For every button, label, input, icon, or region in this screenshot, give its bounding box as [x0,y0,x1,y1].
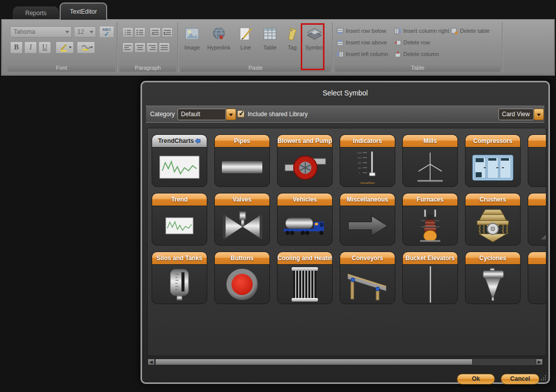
card-label: Buttons [215,252,269,265]
italic-button[interactable]: I [24,41,37,54]
align-center-button[interactable] [134,42,146,53]
table-group-label: Table [335,64,500,72]
delete-column-button[interactable]: Delete column [394,50,439,59]
category-dropdown-button[interactable] [226,109,236,120]
insert-row-above-button[interactable]: Insert row above [337,38,387,47]
font-size-combo[interactable]: 12 [74,26,96,37]
insert-table-button[interactable]: Table [258,23,282,64]
insert-hyperlink-button[interactable]: Hyperlink [204,23,234,64]
card-blowers-and-pumps[interactable]: Blowers and Pumps [277,134,333,187]
card-label: Cyclones [466,252,520,265]
font-family-value: Tahoma [14,28,35,35]
chevron-down-icon [65,31,69,33]
card-cyclones[interactable]: Cyclones [465,252,521,304]
card-label: M [528,135,546,148]
ribbon-group-paragraph: Paragraph [118,22,178,73]
conveyor-icon [345,268,390,301]
tab-texteditor[interactable]: TextEditor [60,3,107,20]
card-partial-3[interactable]: Rec [528,252,546,304]
chevron-down-icon [90,46,93,48]
category-dropdown[interactable]: Default [177,109,226,120]
card-cooling-and-heating[interactable]: Cooling and Heating [277,252,333,304]
bullet-list-button[interactable] [122,27,133,37]
horizontal-scrollbar[interactable]: ◀ ▶ [147,358,543,366]
scroll-left-arrow[interactable]: ◀ [148,359,155,365]
card-label [528,193,546,206]
align-right-button[interactable] [147,42,158,53]
card-buttons[interactable]: Buttons [214,252,270,304]
insert-row-below-label: Insert row below [346,28,386,34]
insert-column-right-button[interactable]: Insert column right [394,26,449,35]
delete-table-button[interactable]: Delete table [451,26,490,35]
card-indicators[interactable]: Indicators 1,000800600 4000 [340,134,395,187]
insert-tag-button[interactable]: Tag [282,23,302,64]
card-mills[interactable]: Mills [402,134,458,187]
card-label: TrendCharts [158,137,194,144]
card-label: Blowers and Pumps [277,135,332,148]
resize-grip[interactable] [540,374,546,380]
dialog-title: Select Symbol [142,89,548,97]
card-compressors[interactable]: Compressors [465,134,521,187]
card-bucket-elevators[interactable]: Bucket Elevators [402,252,458,304]
tab-reports[interactable]: Reports [13,7,59,19]
underline-button[interactable]: U [38,41,51,54]
card-label: Furnaces [403,193,457,206]
align-left-button[interactable] [122,42,133,53]
insert-hyperlink-label: Hyperlink [207,44,230,51]
motor-icon [535,151,546,184]
bold-button[interactable]: B [10,41,23,54]
delete-column-icon [394,51,401,58]
include-shared-checkbox[interactable] [237,110,245,118]
card-trend[interactable]: Trend [152,193,207,246]
card-header: TrendCharts [152,135,207,148]
card-silos-and-tanks[interactable]: Silos and Tanks [152,252,207,304]
push-button-icon [226,269,258,300]
svg-text:800: 800 [358,157,361,159]
paragraph-group-label: Paragraph [120,64,176,72]
insert-left-column-button[interactable]: Insert left column [337,50,388,59]
card-valves[interactable]: Valves [214,193,270,246]
card-label: Cooling and Heating [277,252,332,265]
card-pipes[interactable]: Pipes [214,134,270,187]
view-dropdown[interactable]: Card View [498,109,534,120]
arrow-right-icon [345,212,390,240]
card-miscellaneous[interactable]: Miscellaneous [340,193,395,246]
justify-button[interactable] [159,42,170,53]
font-color-button[interactable] [77,41,95,54]
insert-image-button[interactable]: Image [180,23,204,64]
card-label: Silos and Tanks [152,252,207,265]
scroll-right-arrow[interactable]: ▶ [536,359,543,365]
font-size-value: 12 [77,28,84,35]
ok-button[interactable]: Ok [457,374,495,384]
card-trendcharts[interactable]: TrendCharts [152,134,207,187]
vertical-slider-icon: 1,000800600 4000 [350,150,385,181]
insert-row-below-button[interactable]: Insert row below [337,26,386,35]
decrease-indent-button[interactable] [150,27,161,37]
increase-indent-button[interactable] [162,27,173,37]
card-partial-2[interactable] [528,193,546,246]
view-dropdown-button[interactable] [534,109,544,120]
crusher-icon [473,209,513,243]
include-shared-label: Include shared Library [248,111,308,118]
card-crushers[interactable]: Crushers [465,193,521,246]
ribbon-group-table: Insert row below Insert row above Insert… [334,22,502,73]
scrollbar-thumb[interactable] [155,359,473,365]
card-conveyors[interactable]: Conveyors [340,252,395,304]
card-vehicles[interactable]: Vehicles [277,193,333,246]
card-furnaces[interactable]: Furnaces [402,193,458,246]
highlight-color-button[interactable] [56,41,74,54]
spellcheck-button[interactable]: ABC ✓ [99,26,114,38]
delete-row-button[interactable]: Delete row [394,38,430,47]
insert-tag-label: Tag [288,44,297,51]
insert-line-button[interactable]: Line [234,23,258,64]
table-icon [262,26,277,41]
wind-turbine-icon [407,151,453,183]
font-family-combo[interactable]: Tahoma [10,26,72,37]
cancel-button[interactable]: Cancel [501,374,539,384]
numbered-list-button[interactable] [134,27,146,37]
svg-text:600: 600 [358,162,361,164]
tag-icon [285,26,300,41]
insert-left-column-icon [337,51,344,58]
card-label: Mills [403,135,457,148]
card-partial-1[interactable]: M [528,134,546,187]
